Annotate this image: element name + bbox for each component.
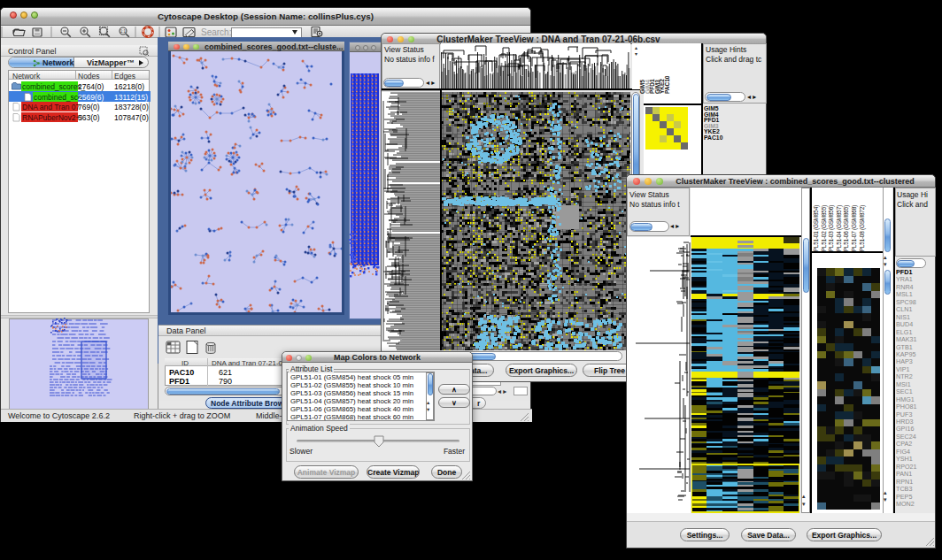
svg-text:1:1: 1:1 [120,29,127,34]
